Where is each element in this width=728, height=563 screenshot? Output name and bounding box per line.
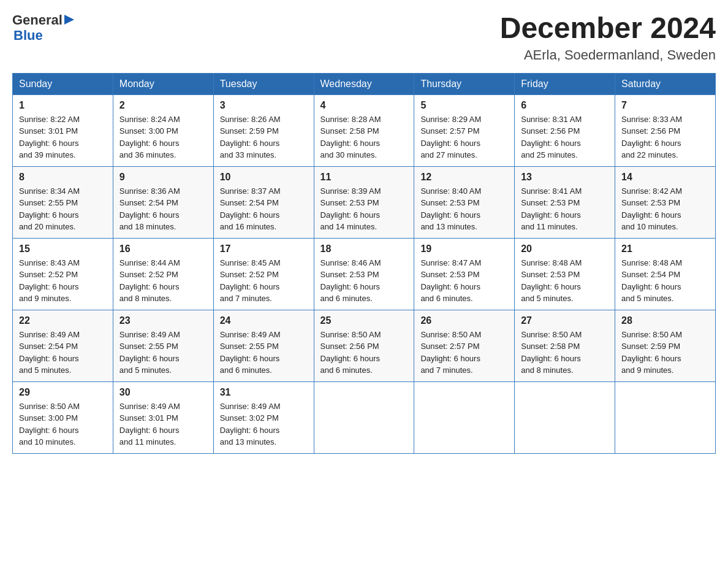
day-number: 27 [521, 315, 609, 326]
day-number: 10 [220, 172, 308, 183]
day-number: 28 [621, 315, 709, 326]
logo: General Blue [12, 12, 77, 43]
day-cell-28: 28 Sunrise: 8:50 AM Sunset: 2:59 PM Dayl… [615, 310, 716, 381]
day-cell-7: 7 Sunrise: 8:33 AM Sunset: 2:56 PM Dayli… [615, 94, 716, 166]
day-cell-6: 6 Sunrise: 8:31 AM Sunset: 2:56 PM Dayli… [515, 94, 615, 166]
day-number: 13 [521, 172, 609, 183]
calendar-table: SundayMondayTuesdayWednesdayThursdayFrid… [12, 73, 716, 454]
day-info: Sunrise: 8:44 AM Sunset: 2:52 PM Dayligh… [119, 257, 207, 305]
day-cell-17: 17 Sunrise: 8:45 AM Sunset: 2:52 PM Dayl… [213, 238, 314, 310]
day-number: 14 [621, 172, 709, 183]
weekday-header-saturday: Saturday [615, 73, 716, 94]
day-cell-15: 15 Sunrise: 8:43 AM Sunset: 2:52 PM Dayl… [13, 238, 113, 310]
day-info: Sunrise: 8:50 AM Sunset: 2:57 PM Dayligh… [420, 329, 508, 377]
day-number: 7 [621, 100, 709, 111]
day-info: Sunrise: 8:26 AM Sunset: 2:59 PM Dayligh… [220, 113, 308, 161]
day-info: Sunrise: 8:43 AM Sunset: 2:52 PM Dayligh… [19, 257, 107, 305]
day-cell-12: 12 Sunrise: 8:40 AM Sunset: 2:53 PM Dayl… [414, 166, 515, 238]
day-info: Sunrise: 8:34 AM Sunset: 2:55 PM Dayligh… [19, 185, 107, 233]
day-info: Sunrise: 8:49 AM Sunset: 3:01 PM Dayligh… [119, 400, 207, 448]
day-number: 8 [19, 172, 107, 183]
day-info: Sunrise: 8:50 AM Sunset: 2:58 PM Dayligh… [521, 329, 609, 377]
day-number: 4 [320, 100, 408, 111]
day-number: 16 [119, 243, 207, 255]
day-cell-29: 29 Sunrise: 8:50 AM Sunset: 3:00 PM Dayl… [13, 381, 113, 453]
day-info: Sunrise: 8:49 AM Sunset: 2:54 PM Dayligh… [19, 329, 107, 377]
week-row-3: 15 Sunrise: 8:43 AM Sunset: 2:52 PM Dayl… [13, 238, 716, 310]
day-cell-21: 21 Sunrise: 8:48 AM Sunset: 2:54 PM Dayl… [615, 238, 716, 310]
day-cell-10: 10 Sunrise: 8:37 AM Sunset: 2:54 PM Dayl… [213, 166, 314, 238]
day-cell-14: 14 Sunrise: 8:42 AM Sunset: 2:53 PM Dayl… [615, 166, 716, 238]
day-number: 29 [19, 387, 107, 398]
day-cell-2: 2 Sunrise: 8:24 AM Sunset: 3:00 PM Dayli… [113, 94, 213, 166]
week-row-1: 1 Sunrise: 8:22 AM Sunset: 3:01 PM Dayli… [13, 94, 716, 166]
svg-marker-0 [64, 15, 74, 25]
day-cell-23: 23 Sunrise: 8:49 AM Sunset: 2:55 PM Dayl… [113, 310, 213, 381]
day-info: Sunrise: 8:40 AM Sunset: 2:53 PM Dayligh… [420, 185, 508, 233]
day-cell-25: 25 Sunrise: 8:50 AM Sunset: 2:56 PM Dayl… [314, 310, 414, 381]
day-info: Sunrise: 8:49 AM Sunset: 3:02 PM Dayligh… [220, 400, 308, 448]
day-cell-1: 1 Sunrise: 8:22 AM Sunset: 3:01 PM Dayli… [13, 94, 113, 166]
day-cell-16: 16 Sunrise: 8:44 AM Sunset: 2:52 PM Dayl… [113, 238, 213, 310]
day-info: Sunrise: 8:41 AM Sunset: 2:53 PM Dayligh… [521, 185, 609, 233]
day-number: 2 [119, 100, 207, 111]
day-info: Sunrise: 8:50 AM Sunset: 2:56 PM Dayligh… [320, 329, 408, 377]
day-cell-8: 8 Sunrise: 8:34 AM Sunset: 2:55 PM Dayli… [13, 166, 113, 238]
day-cell-3: 3 Sunrise: 8:26 AM Sunset: 2:59 PM Dayli… [213, 94, 314, 166]
day-cell-31: 31 Sunrise: 8:49 AM Sunset: 3:02 PM Dayl… [213, 381, 314, 453]
day-number: 15 [19, 243, 107, 255]
day-info: Sunrise: 8:42 AM Sunset: 2:53 PM Dayligh… [621, 185, 709, 233]
day-number: 17 [220, 243, 308, 255]
day-number: 24 [220, 315, 308, 326]
empty-cell [414, 381, 515, 453]
day-number: 30 [119, 387, 207, 398]
week-row-2: 8 Sunrise: 8:34 AM Sunset: 2:55 PM Dayli… [13, 166, 716, 238]
day-info: Sunrise: 8:36 AM Sunset: 2:54 PM Dayligh… [119, 185, 207, 233]
day-number: 12 [420, 172, 508, 183]
day-number: 21 [621, 243, 709, 255]
day-number: 9 [119, 172, 207, 183]
day-cell-13: 13 Sunrise: 8:41 AM Sunset: 2:53 PM Dayl… [515, 166, 615, 238]
weekday-header-tuesday: Tuesday [213, 73, 314, 94]
day-cell-27: 27 Sunrise: 8:50 AM Sunset: 2:58 PM Dayl… [515, 310, 615, 381]
day-info: Sunrise: 8:50 AM Sunset: 3:00 PM Dayligh… [19, 400, 107, 448]
logo-arrow-icon [64, 13, 77, 26]
day-cell-9: 9 Sunrise: 8:36 AM Sunset: 2:54 PM Dayli… [113, 166, 213, 238]
weekday-header-monday: Monday [113, 73, 213, 94]
weekday-header-friday: Friday [515, 73, 615, 94]
day-number: 6 [521, 100, 609, 111]
day-cell-30: 30 Sunrise: 8:49 AM Sunset: 3:01 PM Dayl… [113, 381, 213, 453]
day-info: Sunrise: 8:49 AM Sunset: 2:55 PM Dayligh… [220, 329, 308, 377]
day-info: Sunrise: 8:49 AM Sunset: 2:55 PM Dayligh… [119, 329, 207, 377]
day-number: 25 [320, 315, 408, 326]
empty-cell [615, 381, 716, 453]
week-row-5: 29 Sunrise: 8:50 AM Sunset: 3:00 PM Dayl… [13, 381, 716, 453]
day-info: Sunrise: 8:48 AM Sunset: 2:53 PM Dayligh… [521, 257, 609, 305]
day-number: 3 [220, 100, 308, 111]
day-info: Sunrise: 8:33 AM Sunset: 2:56 PM Dayligh… [621, 113, 709, 161]
day-cell-20: 20 Sunrise: 8:48 AM Sunset: 2:53 PM Dayl… [515, 238, 615, 310]
day-number: 26 [420, 315, 508, 326]
day-info: Sunrise: 8:45 AM Sunset: 2:52 PM Dayligh… [220, 257, 308, 305]
week-row-4: 22 Sunrise: 8:49 AM Sunset: 2:54 PM Dayl… [13, 310, 716, 381]
day-info: Sunrise: 8:22 AM Sunset: 3:01 PM Dayligh… [19, 113, 107, 161]
day-info: Sunrise: 8:47 AM Sunset: 2:53 PM Dayligh… [420, 257, 508, 305]
weekday-header-row: SundayMondayTuesdayWednesdayThursdayFrid… [13, 73, 716, 94]
page-header: General Blue December 2024 AErla, Soeder… [12, 12, 716, 63]
day-number: 5 [420, 100, 508, 111]
day-info: Sunrise: 8:39 AM Sunset: 2:53 PM Dayligh… [320, 185, 408, 233]
day-info: Sunrise: 8:50 AM Sunset: 2:59 PM Dayligh… [621, 329, 709, 377]
weekday-header-sunday: Sunday [13, 73, 113, 94]
day-number: 1 [19, 100, 107, 111]
day-cell-11: 11 Sunrise: 8:39 AM Sunset: 2:53 PM Dayl… [314, 166, 414, 238]
day-number: 20 [521, 243, 609, 255]
day-info: Sunrise: 8:37 AM Sunset: 2:54 PM Dayligh… [220, 185, 308, 233]
day-number: 11 [320, 172, 408, 183]
empty-cell [515, 381, 615, 453]
day-info: Sunrise: 8:31 AM Sunset: 2:56 PM Dayligh… [521, 113, 609, 161]
day-cell-18: 18 Sunrise: 8:46 AM Sunset: 2:53 PM Dayl… [314, 238, 414, 310]
title-area: December 2024 AErla, Soedermanland, Swed… [500, 12, 716, 63]
day-cell-5: 5 Sunrise: 8:29 AM Sunset: 2:57 PM Dayli… [414, 94, 515, 166]
calendar-subtitle: AErla, Soedermanland, Sweden [500, 47, 716, 63]
day-number: 22 [19, 315, 107, 326]
